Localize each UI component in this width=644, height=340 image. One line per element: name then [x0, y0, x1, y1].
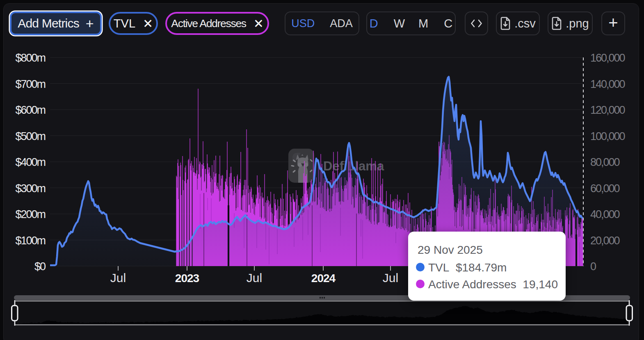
svg-text:60,000: 60,000 — [590, 182, 620, 195]
svg-text:140,000: 140,000 — [590, 78, 625, 90]
svg-text:$300m: $300m — [15, 182, 45, 195]
svg-text:$700m: $700m — [15, 78, 45, 90]
svg-text:$200m: $200m — [15, 208, 45, 221]
svg-text:Jul: Jul — [383, 271, 398, 285]
svg-text:Jul: Jul — [247, 271, 262, 285]
svg-text:$500m: $500m — [15, 130, 45, 142]
svg-text:$600m: $600m — [15, 104, 45, 116]
svg-text:0: 0 — [590, 260, 596, 273]
svg-text:$800m: $800m — [15, 52, 45, 64]
svg-text:80,000: 80,000 — [590, 156, 620, 168]
svg-text:40,000: 40,000 — [590, 208, 620, 221]
svg-text:$0: $0 — [34, 260, 46, 273]
svg-text:20,000: 20,000 — [590, 234, 620, 247]
svg-text:$100m: $100m — [15, 234, 45, 247]
svg-text:120,000: 120,000 — [590, 104, 625, 116]
svg-text:Jul: Jul — [110, 271, 126, 285]
svg-text:100,000: 100,000 — [590, 130, 625, 142]
svg-text:2023: 2023 — [175, 272, 199, 285]
svg-text:2024: 2024 — [311, 272, 336, 285]
svg-text:$400m: $400m — [15, 156, 45, 168]
svg-text:160,000: 160,000 — [590, 52, 625, 64]
